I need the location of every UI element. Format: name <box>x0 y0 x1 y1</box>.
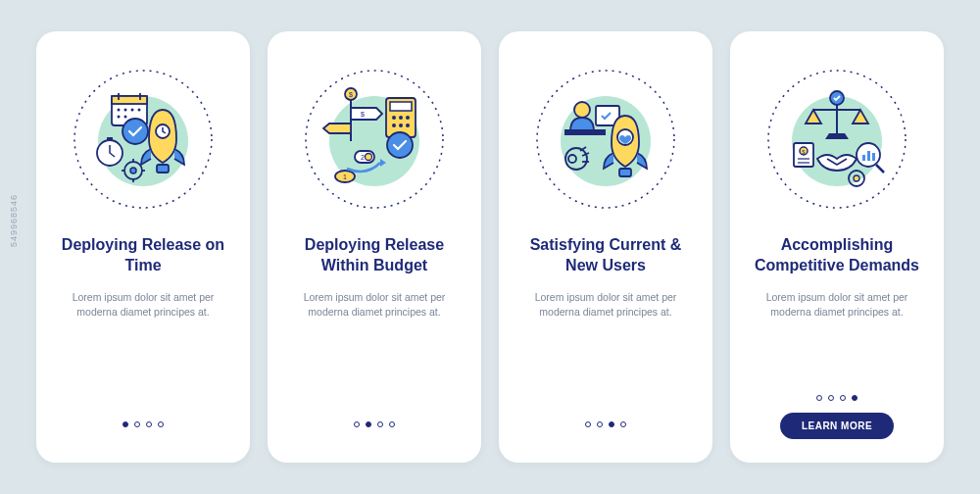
pagination-dots <box>816 395 858 401</box>
pagination-dots <box>354 421 395 427</box>
dot[interactable] <box>620 421 626 427</box>
svg-point-9 <box>138 109 141 112</box>
card-title: Deploying Release on Time <box>58 235 228 276</box>
card-body: Lorem ipsum dolor sit amet per moderna d… <box>289 290 460 421</box>
card-body: Lorem ipsum dolor sit amet per moderna d… <box>520 290 691 421</box>
svg-point-32 <box>399 116 403 120</box>
dot[interactable] <box>828 395 834 401</box>
svg-point-42 <box>366 154 372 161</box>
onboarding-card-2: $ $ 1 2 Deploying Release Within Budget … <box>268 31 481 463</box>
dot[interactable] <box>389 421 395 427</box>
svg-point-35 <box>399 124 403 127</box>
svg-point-6 <box>118 109 121 112</box>
dot[interactable] <box>134 421 140 427</box>
svg-point-18 <box>130 168 136 173</box>
dot[interactable] <box>840 395 846 401</box>
card-title: Accomplishing Competitive Demands <box>752 235 922 276</box>
card-body: Lorem ipsum dolor sit amet per moderna d… <box>58 290 228 421</box>
pagination-dots <box>585 421 626 427</box>
dot[interactable] <box>146 421 152 427</box>
svg-rect-30 <box>390 102 412 111</box>
card-title: Deploying Release Within Budget <box>289 235 460 276</box>
svg-point-10 <box>118 116 121 119</box>
svg-point-36 <box>406 124 410 127</box>
svg-text:$: $ <box>349 91 353 98</box>
onboarding-card-4: $ Accomplishing Competitive Demands Lore… <box>730 31 944 463</box>
svg-rect-54 <box>619 169 631 176</box>
illustration-on-time <box>65 61 221 218</box>
svg-point-34 <box>392 124 396 127</box>
svg-text:$: $ <box>361 111 365 118</box>
svg-point-71 <box>854 175 859 181</box>
dot[interactable] <box>585 421 591 427</box>
dot[interactable] <box>816 395 822 401</box>
svg-rect-3 <box>112 96 147 104</box>
dot[interactable] <box>597 421 603 427</box>
illustration-within-budget: $ $ 1 2 <box>296 61 453 218</box>
svg-text:1: 1 <box>343 173 347 180</box>
dot[interactable] <box>852 395 858 401</box>
svg-point-31 <box>392 116 396 120</box>
svg-point-7 <box>124 109 127 112</box>
svg-line-69 <box>876 165 884 173</box>
onboarding-card-3: Satisfying Current & New Users Lorem ips… <box>499 31 712 463</box>
svg-rect-46 <box>564 129 606 135</box>
dot[interactable] <box>354 421 360 427</box>
dot[interactable] <box>377 421 383 427</box>
svg-rect-16 <box>107 137 113 141</box>
card-title: Satisfying Current & New Users <box>520 235 691 276</box>
dot[interactable] <box>366 421 371 427</box>
svg-point-11 <box>124 116 127 119</box>
svg-rect-67 <box>867 151 870 161</box>
svg-rect-66 <box>862 155 865 161</box>
illustration-competitive: $ <box>759 61 915 218</box>
illustration-users <box>527 61 684 218</box>
svg-text:2: 2 <box>361 154 365 161</box>
onboarding-card-1: Deploying Release on Time Lorem ipsum do… <box>36 31 250 463</box>
watermark: 549968546 <box>9 194 19 247</box>
pagination-dots <box>122 421 164 427</box>
svg-rect-14 <box>157 165 169 173</box>
svg-point-12 <box>122 119 148 144</box>
dot[interactable] <box>158 421 164 427</box>
svg-point-8 <box>131 109 134 112</box>
svg-point-45 <box>574 102 590 118</box>
svg-point-33 <box>406 116 410 120</box>
svg-rect-68 <box>872 153 875 161</box>
dot[interactable] <box>609 421 614 427</box>
svg-point-37 <box>387 132 413 158</box>
learn-more-button[interactable]: LEARN MORE <box>780 413 894 439</box>
dot[interactable] <box>122 421 128 427</box>
card-body: Lorem ipsum dolor sit amet per moderna d… <box>752 290 922 395</box>
